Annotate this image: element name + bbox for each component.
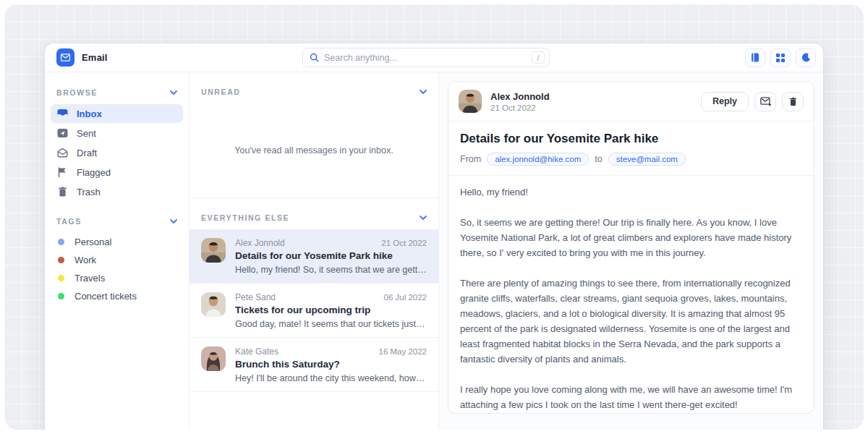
detail-subject: Details for our Yosemite Park hike	[460, 132, 802, 146]
email-body: Hello, my friend! So, it seems we are ge…	[448, 176, 814, 414]
sidebar: BROWSE Inbox	[45, 72, 190, 430]
body-paragraph: Hello, my friend!	[460, 184, 802, 200]
email-date: 21 Oct 2022	[381, 239, 427, 247]
grid-icon	[776, 54, 785, 62]
main-columns: BROWSE Inbox	[45, 72, 823, 430]
tag-item-work[interactable]: Work	[51, 251, 183, 269]
chevron-down-icon[interactable]	[170, 90, 177, 95]
detail-sender-name: Alex Jonnold	[490, 91, 550, 102]
detail-header: Alex Jonnold 21 Oct 2022 Reply	[448, 82, 814, 122]
email-list-item[interactable]: Kate Gates 16 May 2022 Brunch this Satur…	[190, 338, 438, 392]
search-bar[interactable]: /	[302, 48, 550, 67]
email-preview: Good day, mate! It seems that our ticket…	[235, 319, 427, 329]
apps-grid-button[interactable]	[770, 48, 791, 67]
browse-section-header[interactable]: BROWSE	[51, 82, 183, 104]
top-bar: Email /	[45, 43, 823, 72]
book-icon	[751, 53, 760, 62]
unread-empty-message: You've read all messages in your inbox.	[190, 103, 438, 197]
everything-else-section: EVERYTHING ELSE Alex Jonnold 21 Oct	[190, 197, 438, 392]
email-subject: Tickets for our upcoming trip	[235, 305, 427, 315]
body-paragraph: So, it seems we are getting there! Our t…	[460, 215, 802, 260]
sidebar-item-draft[interactable]: Draft	[51, 143, 183, 162]
email-list-item[interactable]: Pete Sand 06 Jul 2022 Tickets for our up…	[190, 284, 438, 338]
tag-item-personal[interactable]: Personal	[51, 233, 183, 251]
tag-item-travels[interactable]: Travels	[51, 269, 183, 287]
chevron-down-icon[interactable]	[170, 219, 177, 224]
email-preview: Hello, my friend! So, it seems that we a…	[235, 265, 427, 275]
sidebar-item-label: Flagged	[77, 167, 111, 178]
avatar	[459, 90, 482, 113]
moon-icon	[801, 53, 811, 62]
tag-color-dot	[58, 275, 64, 281]
sidebar-item-trash[interactable]: Trash	[51, 182, 183, 201]
sidebar-item-label: Sent	[77, 128, 96, 139]
sidebar-item-sent[interactable]: Sent	[51, 124, 183, 142]
trash-icon	[57, 187, 68, 197]
body-paragraph: I really hope you love coming along with…	[460, 382, 802, 412]
everything-else-header[interactable]: EVERYTHING ELSE	[190, 198, 438, 229]
email-summary: Kate Gates 16 May 2022 Brunch this Satur…	[235, 346, 427, 383]
flag-icon	[57, 167, 68, 177]
avatar	[201, 346, 226, 371]
email-detail-area: Alex Jonnold 21 Oct 2022 Reply	[439, 72, 823, 430]
email-app-window: Email /	[45, 43, 823, 430]
detail-actions: Reply	[701, 92, 804, 111]
trash-icon	[788, 97, 798, 106]
email-sender: Kate Gates	[235, 346, 278, 357]
tag-color-dot	[58, 257, 64, 263]
tag-label: Concert tickets	[75, 291, 137, 302]
email-date: 06 Jul 2022	[384, 293, 427, 302]
email-subject: Details for our Yosemite Park hike	[235, 250, 427, 261]
tag-label: Work	[75, 255, 96, 265]
tag-color-dot	[58, 293, 64, 299]
email-list-item[interactable]: Alex Jonnold 21 Oct 2022 Details for our…	[190, 229, 438, 284]
tag-color-dot	[58, 239, 64, 245]
unread-section-header[interactable]: UNREAD	[190, 72, 438, 103]
envelope-logo-icon	[56, 48, 75, 67]
email-preview: Hey! I'll be around the city this weeken…	[235, 373, 427, 383]
email-sender: Pete Sand	[235, 292, 276, 302]
delete-email-button[interactable]	[782, 92, 804, 111]
unread-label: UNREAD	[201, 88, 241, 96]
tag-label: Travels	[75, 273, 105, 284]
tags-label: TAGS	[56, 217, 82, 226]
from-email-chip[interactable]: alex.jonnold@hike.com	[487, 153, 589, 166]
from-label: From	[460, 154, 481, 164]
browse-list: Inbox Sent Draft	[51, 104, 183, 201]
detail-date: 21 Oct 2022	[490, 103, 550, 112]
search-icon	[310, 53, 319, 62]
forward-email-button[interactable]	[754, 92, 776, 111]
sidebar-item-flagged[interactable]: Flagged	[51, 163, 183, 182]
reply-button[interactable]: Reply	[701, 92, 749, 111]
sidebar-item-label: Draft	[77, 148, 97, 158]
mail-list-column: UNREAD You've read all messages in your …	[190, 72, 439, 430]
inbox-icon	[57, 109, 68, 119]
search-shortcut-badge: /	[532, 51, 545, 64]
to-email-chip[interactable]: steve@mail.com	[608, 153, 686, 166]
chevron-down-icon[interactable]	[420, 216, 427, 220]
sidebar-item-label: Trash	[77, 187, 101, 197]
tag-item-concert-tickets[interactable]: Concert tickets	[51, 287, 183, 305]
dark-mode-button[interactable]	[796, 48, 816, 67]
browse-label: BROWSE	[56, 88, 98, 97]
body-paragraph: There are plenty of amazing things to se…	[460, 276, 802, 367]
subject-block: Details for our Yosemite Park hike From …	[448, 122, 814, 176]
sidebar-item-inbox[interactable]: Inbox	[51, 104, 183, 123]
email-sender: Alex Jonnold	[235, 238, 285, 248]
email-summary: Alex Jonnold 21 Oct 2022 Details for our…	[235, 238, 427, 275]
tags-section: TAGS Personal Work	[51, 211, 183, 305]
search-input[interactable]	[324, 53, 527, 63]
from-to-row: From alex.jonnold@hike.com to steve@mail…	[460, 153, 802, 166]
chevron-down-icon[interactable]	[420, 90, 427, 94]
top-actions	[745, 48, 816, 67]
brand: Email	[56, 48, 302, 67]
app-title: Email	[82, 52, 108, 63]
tags-section-header[interactable]: TAGS	[51, 211, 183, 233]
to-label: to	[595, 154, 602, 164]
email-date: 16 May 2022	[379, 347, 427, 356]
detail-sender-block: Alex Jonnold 21 Oct 2022	[490, 91, 550, 112]
email-summary: Pete Sand 06 Jul 2022 Tickets for our up…	[235, 292, 427, 329]
notebook-button[interactable]	[745, 48, 765, 67]
tag-label: Personal	[75, 237, 111, 247]
everything-else-label: EVERYTHING ELSE	[201, 213, 289, 222]
